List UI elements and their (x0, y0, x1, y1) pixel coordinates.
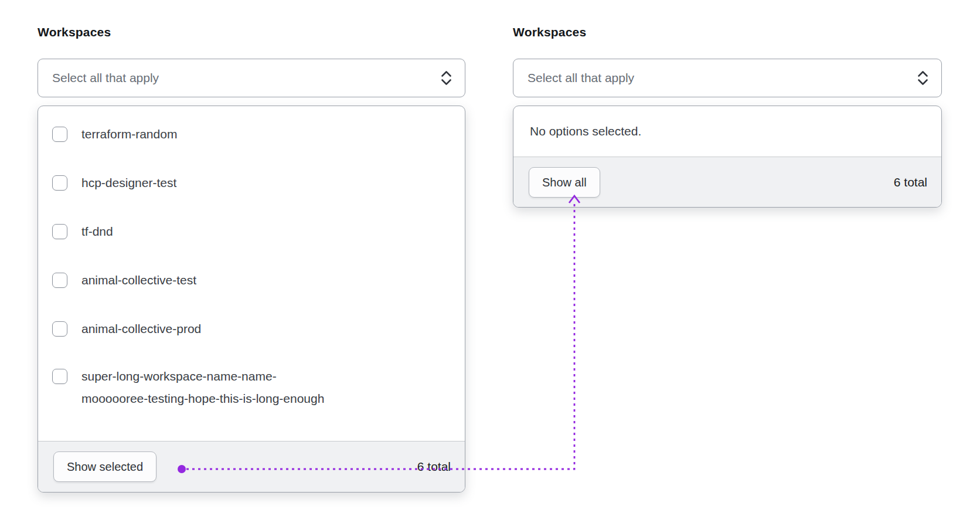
option-checkbox[interactable] (52, 224, 67, 239)
option-row[interactable]: animal-collective-prod (52, 304, 451, 353)
chevron-up-down-icon (440, 70, 452, 86)
select-placeholder: Select all that apply (52, 71, 159, 85)
option-label: animal-collective-test (81, 269, 196, 291)
total-count: 6 total (417, 460, 451, 474)
chevron-up-down-icon (917, 70, 929, 86)
page: Workspaces Select all that apply terrafo… (0, 0, 980, 523)
option-list: terraform-random hcp-designer-test tf-dn… (38, 106, 465, 441)
option-checkbox[interactable] (52, 127, 67, 142)
option-label: animal-collective-prod (81, 318, 201, 340)
empty-state-message: No options selected. (530, 124, 641, 138)
option-row[interactable]: animal-collective-test (52, 256, 451, 304)
workspaces-multiselect-open: Workspaces Select all that apply terrafo… (38, 25, 465, 493)
option-row[interactable]: super-long-workspace-name-name- mooooore… (52, 353, 451, 410)
panel-footer: Show all 6 total (513, 157, 941, 207)
option-label: terraform-random (81, 123, 177, 145)
option-checkbox[interactable] (52, 273, 67, 288)
option-row[interactable]: terraform-random (52, 110, 451, 158)
show-selected-button[interactable]: Show selected (53, 451, 156, 482)
workspaces-field-label: Workspaces (38, 25, 465, 40)
option-label-line-2: moooooree-testing-hope-this-is-long-enou… (81, 388, 324, 410)
workspaces-select-trigger[interactable]: Select all that apply (38, 59, 465, 97)
option-checkbox[interactable] (52, 175, 67, 191)
total-count: 6 total (894, 175, 927, 189)
option-label: super-long-workspace-name-name- mooooore… (81, 365, 324, 410)
option-row[interactable]: tf-dnd (52, 207, 451, 256)
option-label: tf-dnd (81, 220, 113, 243)
listbox-footer: Show selected 6 total (38, 441, 465, 492)
option-checkbox[interactable] (52, 321, 67, 337)
workspaces-multiselect-empty: Workspaces Select all that apply No opti… (513, 25, 942, 208)
option-label: hcp-designer-test (81, 172, 176, 194)
workspaces-field-label: Workspaces (513, 25, 942, 40)
selected-options-panel: No options selected. Show all 6 total (513, 106, 942, 208)
option-row[interactable]: hcp-designer-test (52, 158, 451, 207)
options-listbox: terraform-random hcp-designer-test tf-dn… (38, 106, 465, 493)
show-all-button[interactable]: Show all (529, 167, 600, 198)
empty-state-row: No options selected. (513, 106, 941, 157)
option-label-line-1: super-long-workspace-name-name- (81, 365, 324, 388)
option-checkbox[interactable] (52, 369, 67, 384)
workspaces-select-trigger[interactable]: Select all that apply (513, 59, 942, 97)
select-placeholder: Select all that apply (528, 71, 634, 85)
